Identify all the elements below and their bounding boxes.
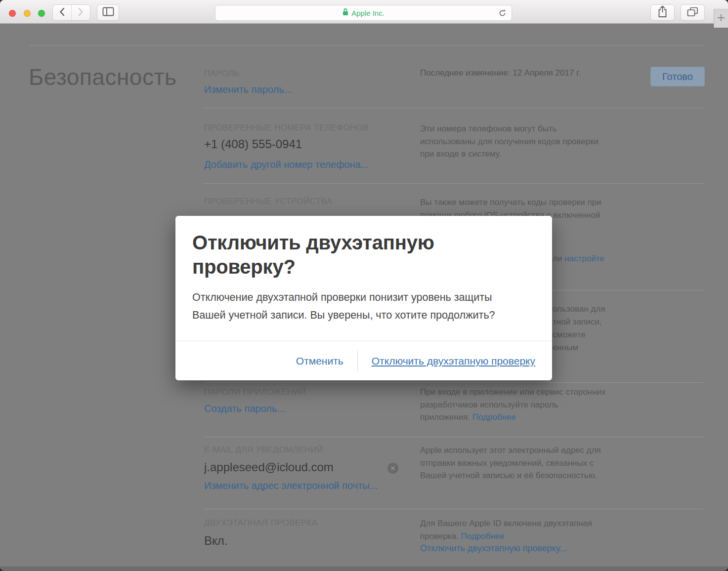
section-label-email: E-MAIL ДЛЯ УВЕДОМЛЕНИЙ <box>204 445 323 455</box>
back-button[interactable] <box>53 5 72 20</box>
cancel-button[interactable]: Отменить <box>296 355 343 367</box>
confirm-turn-off-button[interactable]: Отключить двухэтапную проверку <box>372 355 535 367</box>
forward-chevron-icon <box>78 7 84 18</box>
new-tab-button[interactable] <box>714 9 728 28</box>
done-button[interactable]: Готово <box>650 67 705 86</box>
sidebar-toggle-button[interactable] <box>97 4 119 21</box>
obscured-text-fragment: ользован для тной записи, сможете енным <box>553 303 605 354</box>
page-title: Безопасность <box>29 64 176 90</box>
window-bottom-edge <box>0 567 728 571</box>
remove-email-icon[interactable] <box>387 463 398 474</box>
change-email-link[interactable]: Изменить адрес электронной почты... <box>204 480 378 491</box>
dialog-body: Отключение двухэтапной проверки понизит … <box>192 289 495 324</box>
learn-more-link[interactable]: Подробнее <box>461 531 505 541</box>
top-divider <box>30 45 703 46</box>
phone-number-value: +1 (408) 555-0941 <box>204 137 302 151</box>
page-content-dimmed: Безопасность Последнее изменение: 12 Апр… <box>0 23 728 571</box>
create-password-link[interactable]: Создать пароль... <box>204 403 285 414</box>
reload-button[interactable] <box>498 8 507 20</box>
section-label-app-passwords: ПАРОЛИ ПРИЛОЖЕНИЙ <box>204 387 306 397</box>
app-passwords-description: При входе в приложение или сервис сторон… <box>420 386 606 424</box>
change-password-link[interactable]: Изменить пароль... <box>204 84 292 95</box>
address-bar[interactable]: Apple Inc. <box>215 5 512 21</box>
zoom-window-button[interactable] <box>38 10 45 17</box>
confirmation-dialog: Отключить двухэтапную проверку? Отключен… <box>175 216 552 380</box>
password-last-changed: Последнее изменение: 12 Апреля 2017 г. <box>420 68 581 78</box>
share-icon <box>657 5 668 20</box>
dialog-footer: Отменить Отключить двухэтапную проверку <box>175 341 552 380</box>
turn-off-two-step-link[interactable]: Отключить двухэтапную проверку... <box>420 543 567 553</box>
browser-toolbar: Apple Inc. <box>0 0 728 24</box>
two-step-description: Для Вашего Apple ID включена двухэтапная… <box>420 517 592 555</box>
section-label-phones: ПРОВЕРЕННЫЕ НОМЕРА ТЕЛЕФОНОВ <box>204 123 369 133</box>
obscured-text-fragment: ли настройте <box>553 252 604 265</box>
setup-link-fragment[interactable]: настройте <box>564 254 604 263</box>
section-divider <box>204 437 703 437</box>
email-description: Apple использует этот электронный адрес … <box>420 444 601 482</box>
button-separator <box>357 351 358 371</box>
add-phone-link[interactable]: Добавить другой номер телефона... <box>204 159 369 170</box>
share-button[interactable] <box>650 4 675 21</box>
section-label-devices: ПРОВЕРЕННЫЕ УСТРОЙСТВА <box>204 197 333 206</box>
sidebar-icon <box>102 7 114 18</box>
phones-description: Эти номера телефонов могут быть использо… <box>420 122 599 161</box>
section-divider <box>204 509 703 509</box>
back-chevron-icon <box>59 7 65 18</box>
section-label-password: ПАРОЛЬ <box>204 69 240 79</box>
two-step-status-value: Вкл. <box>204 534 227 548</box>
email-value: j.appleseed@icloud.com <box>204 460 334 474</box>
lock-icon <box>343 8 348 18</box>
close-window-button[interactable] <box>9 10 16 17</box>
learn-more-link[interactable]: Подробнее <box>472 412 516 422</box>
minimize-window-button[interactable] <box>24 10 31 17</box>
section-divider <box>204 382 703 383</box>
site-identity-label: Apple Inc. <box>351 9 385 17</box>
section-divider <box>204 183 703 184</box>
forward-button[interactable] <box>72 5 90 20</box>
plus-icon <box>717 13 726 24</box>
show-tabs-button[interactable] <box>681 4 705 21</box>
nav-button-group <box>52 4 90 21</box>
dialog-title: Отключить двухэтапную проверку? <box>192 231 471 279</box>
safari-window: Apple Inc. Безопасность Последнее измене… <box>0 0 728 571</box>
section-divider <box>204 108 703 108</box>
section-label-two-step: ДВУХЭТАПНАЯ ПРОВЕРКА <box>204 518 318 528</box>
tabs-icon <box>687 7 698 19</box>
